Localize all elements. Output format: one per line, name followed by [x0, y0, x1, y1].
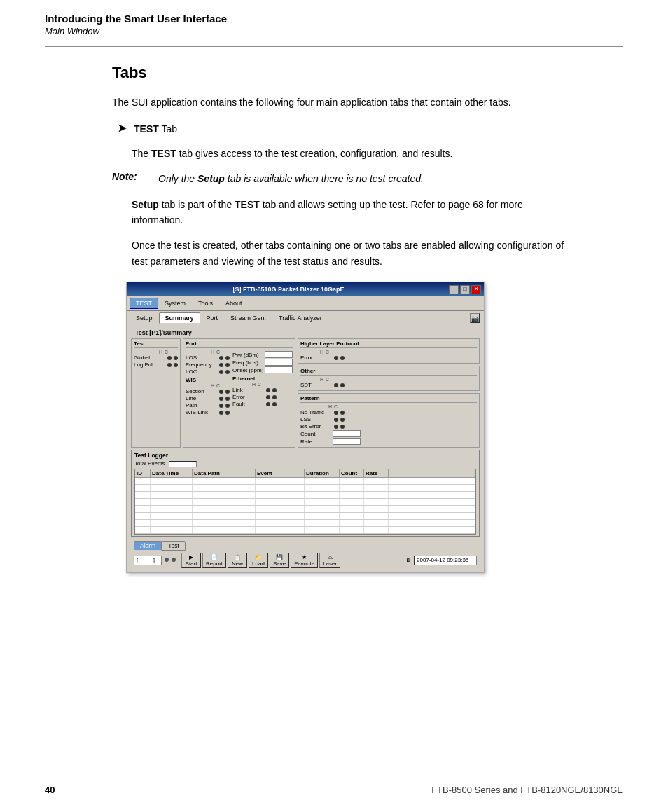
freq-bps-input[interactable] — [265, 359, 293, 366]
favorite-button[interactable]: ★Favorite — [291, 553, 318, 568]
frequency-label: Frequency — [186, 362, 218, 368]
pattern-rate-row: Rate — [300, 438, 477, 445]
eth-error-h — [266, 395, 270, 399]
title-bar-controls[interactable]: ─ □ ✕ — [447, 285, 481, 294]
eth-hc-header: HC — [252, 382, 293, 387]
note-label: Note: — [112, 171, 154, 182]
close-button[interactable]: ✕ — [471, 285, 481, 294]
freq-dots — [219, 363, 230, 367]
pattern-title: Pattern — [300, 395, 477, 403]
loc-c-dot — [225, 370, 230, 374]
los-c-dot — [225, 356, 230, 360]
wis-section: WIS HC Section Line — [186, 377, 230, 415]
rate-input[interactable] — [333, 438, 361, 445]
sdt-dots — [334, 383, 345, 387]
lss-dots — [334, 418, 345, 422]
notraffic-c — [340, 411, 345, 415]
sdt-label: SDT — [300, 382, 333, 388]
notraffic-dots — [334, 411, 345, 415]
biterror-h — [334, 425, 338, 429]
col-datetime: Date/Time — [151, 469, 193, 477]
logfull-dots — [167, 363, 178, 367]
wis-row-line: Line — [186, 395, 230, 401]
table-row — [135, 492, 475, 499]
menu-tab-about[interactable]: About — [219, 298, 249, 309]
status-h-indicator — [165, 558, 169, 562]
eth-fault-label: Fault — [232, 401, 265, 407]
status-c-indicator — [172, 558, 176, 562]
lss-label: LSS — [300, 416, 333, 422]
pattern-hc-header: HC — [328, 404, 477, 409]
sub-tab-summary[interactable]: Summary — [159, 312, 200, 324]
logfull-h-dot — [167, 363, 172, 367]
total-events-value — [169, 461, 197, 467]
wis-line-dots — [219, 397, 230, 401]
loc-dots — [219, 370, 230, 374]
page-footer: 40 FTB-8500 Series and FTB-8120NGE/8130N… — [45, 780, 623, 795]
other-hc-header: HC — [320, 377, 477, 382]
chapter-title: Introducing the Smart User Interface — [45, 13, 623, 25]
load-button[interactable]: 📂Load — [249, 553, 268, 568]
count-input[interactable] — [333, 430, 361, 437]
total-events-label: Total Events — [134, 460, 476, 467]
offset-input[interactable] — [265, 366, 293, 373]
menu-tab-system[interactable]: System — [158, 298, 192, 309]
new-button[interactable]: 📋New — [228, 553, 247, 568]
chapter-subtitle: Main Window — [45, 26, 623, 36]
test-panel-title: Test — [134, 340, 178, 348]
menu-tab-test[interactable]: TEST — [130, 298, 158, 309]
save-button[interactable]: 💾Save — [270, 553, 289, 568]
sdt-h — [334, 383, 338, 387]
eth-fault-c — [272, 402, 277, 406]
sub-tab-traffic-analyzer[interactable]: Traffic Analyzer — [272, 312, 328, 324]
sub-tab-port[interactable]: Port — [200, 312, 225, 324]
bottom-tab-alarm[interactable]: Alarm — [134, 541, 162, 551]
freq-bps-row: Freq (bps) — [232, 359, 293, 366]
port-inner-panel: Port HC LOS Frequency — [183, 338, 295, 448]
wis-row-wislink: WIS Link — [186, 409, 230, 415]
table-row — [135, 513, 475, 520]
freq-bps-label: Freq (bps) — [232, 359, 265, 366]
wis-row-path: Path — [186, 402, 230, 408]
page-header: Introducing the Smart User Interface Mai… — [0, 0, 668, 42]
status-bar: [ ─── ] ▶Start 📄Report 📋New 📂Load 💾Save … — [131, 551, 480, 570]
sdt-c — [340, 383, 345, 387]
sub-tab-stream-gen[interactable]: Stream Gen. — [224, 312, 272, 324]
wis-path-c — [225, 404, 230, 408]
global-label: Global — [134, 355, 166, 361]
col-id: ID — [135, 469, 151, 477]
loc-label: LOC — [186, 369, 218, 375]
table-row — [135, 506, 475, 513]
test-logger-panel: Test Logger Total Events ID Date/Time Da… — [131, 450, 480, 536]
start-button[interactable]: ▶Start — [181, 553, 201, 568]
col-duration: Duration — [305, 469, 340, 477]
wis-link-h — [219, 411, 223, 415]
minimize-button[interactable]: ─ — [449, 285, 459, 294]
laser-button[interactable]: ⚠Laser — [319, 553, 340, 568]
pwr-input[interactable] — [265, 351, 293, 358]
global-c-dot — [174, 356, 178, 360]
screenshot-icon-button[interactable]: 📷 — [470, 313, 480, 323]
series-text: FTB-8500 Series and FTB-8120NGE/8130NGE — [431, 785, 623, 795]
table-header-row: ID Date/Time Data Path Event Duration Co… — [135, 469, 475, 478]
port-row-frequency: Frequency — [186, 362, 230, 368]
application-screenshot: [S] FTB-8510G Packet Blazer 10GapE ─ □ ✕… — [126, 282, 485, 572]
menu-bar: TEST System Tools About — [127, 296, 484, 311]
wis-path-h — [219, 404, 223, 408]
maximize-button[interactable]: □ — [460, 285, 470, 294]
section-title: Tabs — [112, 64, 623, 82]
note-text: Only the Setup tab is available when the… — [158, 171, 424, 186]
wis-line-h — [219, 397, 223, 401]
sub-tab-setup[interactable]: Setup — [130, 312, 159, 324]
port-right: Pwr (dBm) Freq (bps) Offset (ppm) — [232, 350, 293, 416]
menu-tab-tools[interactable]: Tools — [192, 298, 219, 309]
sub-tab-bar: Setup Summary Port Stream Gen. Traffic A… — [127, 311, 484, 324]
bullet-bold: TEST — [134, 123, 159, 135]
wis-link-dots — [219, 411, 230, 415]
hlp-error-label: Error — [300, 355, 333, 361]
port-left: HC LOS Frequency LOC — [186, 350, 230, 416]
hlp-hc-header: HC — [320, 350, 477, 355]
report-button[interactable]: 📄Report — [202, 553, 226, 568]
bottom-tab-test[interactable]: Test — [162, 541, 186, 551]
pattern-row-notraffic: No Traffic — [300, 409, 477, 415]
